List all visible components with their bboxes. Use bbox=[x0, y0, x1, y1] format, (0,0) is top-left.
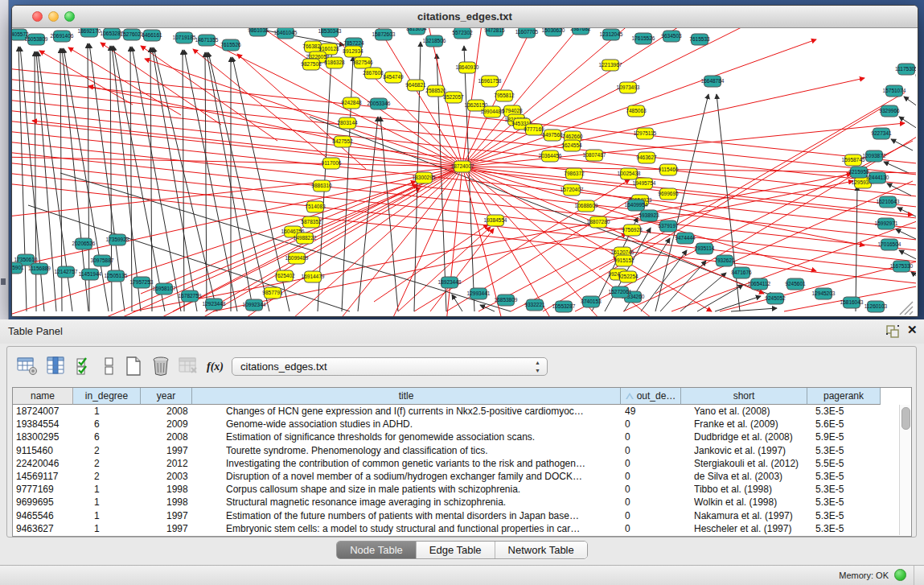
network-node[interactable]: 12945203 bbox=[812, 288, 836, 299]
table-cell-in_degree[interactable]: 1 bbox=[94, 496, 139, 509]
table-cell-name[interactable]: 9115460 bbox=[16, 444, 72, 457]
table-cell-out_de[interactable]: 49 bbox=[625, 405, 680, 418]
tab-network-table[interactable]: Network Table bbox=[495, 542, 587, 558]
table-row[interactable]: 1830029562008Estimation of significance … bbox=[13, 431, 911, 443]
table-cell-out_de[interactable]: 0 bbox=[625, 431, 680, 443]
select-all-button[interactable] bbox=[73, 355, 97, 379]
network-node[interactable]: 7615526 bbox=[220, 39, 241, 51]
network-node[interactable]: 11260103 bbox=[864, 301, 888, 312]
network-node[interactable]: 12923448 bbox=[203, 299, 226, 310]
network-node[interactable]: 2987682 bbox=[570, 28, 591, 35]
network-node[interactable]: 18530343 bbox=[318, 28, 342, 37]
network-node[interactable]: 12975115 bbox=[634, 128, 657, 139]
network-node[interactable]: 15751074 bbox=[883, 85, 906, 97]
network-node[interactable]: 9756928 bbox=[622, 225, 643, 236]
table-cell-out_de[interactable]: 0 bbox=[625, 470, 680, 483]
table-cell-short[interactable]: Franke et al. (2009) bbox=[694, 418, 806, 431]
network-edge[interactable] bbox=[101, 43, 221, 125]
table-row[interactable]: 2242004622012Investigating the contribut… bbox=[13, 457, 911, 470]
table-cell-title[interactable]: Estimation of the future numbers of pati… bbox=[226, 509, 619, 522]
network-node[interactable]: 10654112 bbox=[748, 278, 771, 290]
table-cell-in_degree[interactable]: 2 bbox=[94, 470, 139, 483]
network-edge[interactable] bbox=[184, 50, 237, 311]
table-cell-short[interactable]: Jankovic et al. (1997) bbox=[694, 444, 806, 457]
table-cell-out_de[interactable]: 0 bbox=[625, 522, 680, 535]
table-cell-pagerank[interactable]: 5.3E-5 bbox=[815, 483, 879, 496]
network-edge[interactable] bbox=[88, 86, 462, 167]
table-row[interactable]: 969969511998Structural magnetic resonanc… bbox=[13, 496, 911, 509]
table-cell-short[interactable]: Tibbo et al. (1998) bbox=[694, 483, 806, 496]
network-node[interactable]: 20206526 bbox=[72, 238, 96, 249]
network-node[interactable]: 11607705 bbox=[515, 28, 539, 38]
network-node[interactable]: 8740153 bbox=[581, 296, 602, 307]
table-cell-name[interactable]: 22420046 bbox=[16, 457, 72, 470]
table-cell-year[interactable]: 1997 bbox=[166, 509, 191, 522]
table-cell-name[interactable]: 19384554 bbox=[16, 418, 72, 431]
table-cell-pagerank[interactable]: 5.5E-5 bbox=[815, 457, 879, 470]
table-cell-pagerank[interactable]: 5.3E-5 bbox=[815, 470, 879, 483]
table-row[interactable]: 911546021997Tourette syndrome. Phenomeno… bbox=[13, 444, 911, 457]
network-node[interactable]: 5572302 bbox=[452, 28, 473, 39]
network-node[interactable]: 30975887 bbox=[91, 255, 114, 266]
window-resize-grip[interactable] bbox=[900, 302, 913, 315]
network-node[interactable]: 8186328 bbox=[324, 57, 345, 68]
network-node[interactable]: 15030620 bbox=[542, 28, 565, 36]
network-node[interactable]: 9699695 bbox=[658, 188, 679, 200]
network-edge[interactable] bbox=[130, 47, 132, 311]
table-row[interactable]: 946362711997Embryonic stem cells: a mode… bbox=[13, 522, 911, 535]
network-node[interactable]: 17957253 bbox=[130, 277, 154, 288]
network-node[interactable]: 15992971 bbox=[875, 218, 898, 229]
table-cell-in_degree[interactable]: 1 bbox=[94, 522, 139, 535]
network-node[interactable]: 10992344 bbox=[243, 299, 266, 311]
network-node[interactable]: 10719185 bbox=[173, 32, 196, 43]
network-node[interactable]: 17359928 bbox=[106, 234, 129, 245]
table-cell-in_degree[interactable]: 2 bbox=[94, 444, 139, 457]
table-cell-title[interactable]: Investigating the contribution of common… bbox=[226, 457, 619, 470]
network-node[interactable]: 9115460 bbox=[659, 164, 679, 175]
table-cell-out_de[interactable]: 0 bbox=[625, 509, 680, 522]
delete-table-button[interactable] bbox=[176, 355, 200, 379]
network-edge[interactable] bbox=[641, 250, 687, 311]
network-node[interactable]: 9227341 bbox=[871, 128, 892, 139]
network-node[interactable]: 8912934 bbox=[343, 46, 363, 57]
table-cell-pagerank[interactable]: 5.9E-5 bbox=[815, 431, 879, 443]
network-node[interactable]: 16914479 bbox=[302, 271, 325, 282]
network-edge[interactable] bbox=[390, 167, 462, 316]
network-edge[interactable] bbox=[911, 272, 916, 282]
network-canvas[interactable]: 2405572160538092069140618692170106532871… bbox=[12, 28, 918, 316]
network-node[interactable]: 15958745 bbox=[842, 154, 865, 166]
network-node[interactable]: 18300295 bbox=[413, 172, 436, 183]
network-node[interactable]: 7932621 bbox=[714, 255, 735, 266]
network-node[interactable]: 16099489 bbox=[285, 253, 309, 264]
network-node[interactable]: 9886310 bbox=[311, 180, 332, 192]
network-node[interactable]: 9857791 bbox=[262, 287, 283, 299]
network-node[interactable]: 16782759 bbox=[179, 290, 202, 302]
table-cell-pagerank[interactable]: 5.3E-5 bbox=[815, 509, 879, 522]
network-edge[interactable] bbox=[904, 97, 916, 109]
network-view-window[interactable]: citations_edges.txt 24055721605380920691… bbox=[11, 5, 918, 317]
column-header-title[interactable]: title bbox=[192, 388, 621, 405]
table-cell-out_de[interactable]: 0 bbox=[625, 496, 680, 509]
table-cell-year[interactable]: 1998 bbox=[166, 496, 191, 509]
network-node[interactable]: 19384554 bbox=[484, 215, 507, 226]
network-edge[interactable] bbox=[12, 163, 916, 262]
network-node[interactable]: 16961758 bbox=[478, 76, 502, 87]
network-node[interactable]: 8454749 bbox=[383, 72, 404, 83]
network-node[interactable]: 6497568 bbox=[542, 130, 563, 141]
network-edge[interactable] bbox=[12, 157, 462, 167]
network-node[interactable]: 6379197 bbox=[658, 220, 679, 232]
table-cell-title[interactable]: Genome-wide association studies in ADHD. bbox=[226, 418, 619, 431]
network-node[interactable]: 9634503 bbox=[661, 31, 682, 42]
network-node[interactable]: 7955812 bbox=[494, 90, 515, 101]
network-node[interactable]: 12213967 bbox=[599, 60, 622, 71]
network-node[interactable]: 9646821 bbox=[405, 80, 426, 91]
table-cell-short[interactable]: de Silva et al. (2003) bbox=[694, 470, 806, 483]
table-cell-in_degree[interactable]: 6 bbox=[94, 418, 139, 431]
network-node[interactable]: 2935114 bbox=[695, 243, 715, 254]
table-cell-year[interactable]: 2003 bbox=[166, 470, 191, 483]
network-node[interactable]: 11156889 bbox=[28, 263, 51, 274]
network-node[interactable]: 9329966 bbox=[879, 105, 900, 117]
network-node[interactable]: 9242848 bbox=[341, 97, 362, 109]
network-edge[interactable] bbox=[310, 117, 774, 296]
network-edge[interactable] bbox=[183, 50, 184, 311]
